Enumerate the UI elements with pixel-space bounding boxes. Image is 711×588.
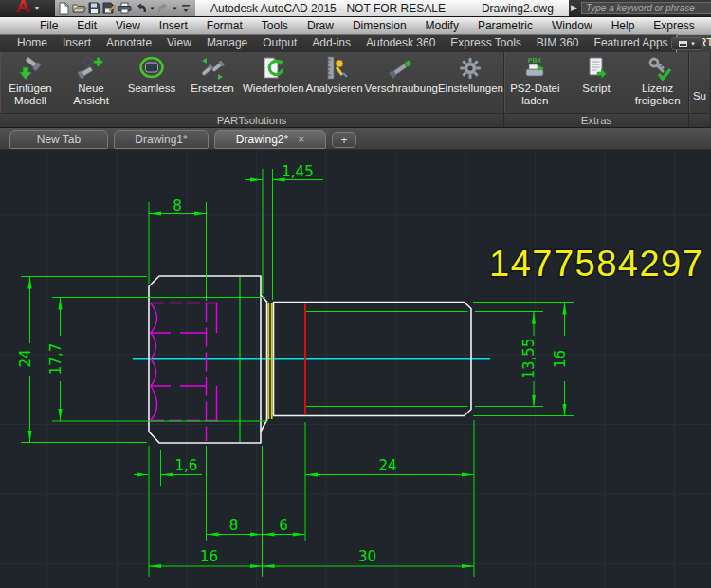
- app-menu-button[interactable]: ▼: [0, 0, 55, 16]
- script-icon: [581, 55, 611, 82]
- repeat-button[interactable]: Wiederholen: [243, 52, 304, 113]
- customize-qat-icon[interactable]: [180, 1, 192, 15]
- menu-express[interactable]: Express: [644, 17, 703, 35]
- hidden-thread-lines: [151, 303, 221, 442]
- insert-model-button[interactable]: Einfügen Modell: [0, 52, 61, 113]
- new-file-icon[interactable]: [58, 1, 70, 15]
- dim-chamfer-width: 1,6: [175, 457, 198, 474]
- overflow-button[interactable]: Su: [689, 52, 710, 113]
- save-icon[interactable]: [88, 1, 100, 15]
- replace-button[interactable]: Ersetzen: [182, 52, 243, 113]
- seamless-label: Seamless: [128, 83, 176, 95]
- search-input[interactable]: [581, 2, 711, 14]
- washer-face-lines: [268, 303, 271, 419]
- infocenter: ▶: [569, 0, 711, 16]
- menu-insert[interactable]: Insert: [150, 17, 197, 35]
- ribbon-tab-bar: Home Insert Annotate View Manage Output …: [0, 35, 711, 52]
- dim-grip-length: 30: [358, 548, 376, 565]
- menu-tools[interactable]: Tools: [252, 17, 298, 35]
- menu-draw[interactable]: Draw: [298, 17, 343, 35]
- dim-thread-length: 24: [378, 457, 396, 474]
- overflow-button-label: Su: [693, 90, 706, 102]
- redo-icon[interactable]: [157, 1, 171, 15]
- window-title: Autodesk AutoCAD 2015 - NOT FOR RESALE D…: [195, 0, 569, 16]
- analyze-button[interactable]: Analysieren: [304, 52, 365, 113]
- doc-tab-drawing1[interactable]: Drawing1*: [114, 130, 209, 149]
- ribbon-minimize-button[interactable]: ▼: [671, 37, 703, 50]
- ps2-file-load-button[interactable]: PBX PS2-Datei laden: [504, 52, 566, 113]
- ribbon-group-overflow: Su: [689, 52, 711, 127]
- open-folder-icon[interactable]: [72, 1, 86, 15]
- menu-help[interactable]: Help: [602, 17, 645, 35]
- drawing-geometry: 1477584297: [0, 150, 711, 588]
- settings-button[interactable]: Einstellungen: [438, 52, 503, 113]
- new-view-button[interactable]: Neue Ansicht: [61, 52, 121, 113]
- autocad-window: ▼ ▼ ▼: [0, 0, 711, 588]
- document-name-text: Drawing2.dwg: [482, 2, 554, 15]
- ribbon-tab-addins[interactable]: Add-ins: [304, 35, 358, 52]
- ps2-file-load-label: PS2-Datei laden: [510, 83, 559, 107]
- undo-dropdown-icon[interactable]: ▼: [149, 6, 155, 11]
- ribbon-tab-expresstools[interactable]: Express Tools: [443, 35, 528, 52]
- menu-view[interactable]: View: [106, 17, 150, 35]
- ribbon-tab-autodesk360[interactable]: Autodesk 360: [358, 35, 443, 52]
- doc-tab-new-tab[interactable]: New Tab: [9, 130, 108, 149]
- release-license-icon: [643, 55, 673, 82]
- ribbon-group-label-overflow: [689, 113, 710, 127]
- screw-connection-label: Verschraubung: [365, 83, 438, 95]
- dim-socket-width: 8: [173, 197, 182, 214]
- screw-connection-button[interactable]: Verschraubung: [365, 52, 438, 113]
- menu-dimension[interactable]: Dimension: [343, 17, 416, 35]
- doc-tab-drawing2[interactable]: Drawing2* ×: [214, 130, 326, 149]
- dim-head-across-corners: 24: [17, 349, 34, 367]
- menu-edit[interactable]: Edit: [67, 17, 106, 35]
- undo-icon[interactable]: [134, 1, 147, 15]
- dim-thread-minor-dia: 13,55: [520, 339, 538, 379]
- dimensions: [21, 169, 574, 577]
- replace-label: Ersetzen: [191, 83, 233, 95]
- ribbon-group-label-partsolutions[interactable]: PARTsolutions: [0, 113, 503, 127]
- redo-dropdown-icon[interactable]: ▼: [173, 6, 178, 11]
- part-id-number: 1477584297: [489, 244, 703, 284]
- ribbon-tab-manage[interactable]: Manage: [199, 35, 255, 52]
- menu-file[interactable]: File: [30, 17, 67, 35]
- menu-window[interactable]: Window: [542, 17, 602, 35]
- dim-head-length: 16: [200, 548, 218, 565]
- ribbon-group-label-extras[interactable]: Extras: [504, 113, 688, 127]
- ribbon-tab-view[interactable]: View: [159, 35, 199, 52]
- insert-model-label: Einfügen Modell: [9, 83, 51, 107]
- ribbon-tab-insert[interactable]: Insert: [55, 35, 99, 52]
- ribbon-group-extras: PBX PS2-Datei laden Script Lizenz freige…: [504, 52, 689, 127]
- ribbon: Einfügen Modell Neue Ansicht Seamless: [0, 52, 711, 128]
- ps2-file-icon: PBX: [520, 55, 550, 82]
- script-button[interactable]: Script: [566, 52, 628, 113]
- analyze-label: Analysieren: [306, 83, 363, 95]
- quick-access-toolbar: ▼ ▼: [55, 0, 195, 16]
- ribbon-minimize-caret-icon: ▼: [690, 41, 696, 46]
- app-menu-caret-icon: ▼: [34, 5, 41, 11]
- ribbon-tab-home[interactable]: Home: [9, 35, 55, 52]
- seamless-button[interactable]: Seamless: [121, 52, 182, 113]
- save-as-icon[interactable]: [102, 1, 116, 15]
- panel-icon: [679, 41, 687, 47]
- screw-connection-icon: [386, 55, 416, 82]
- new-drawing-tab-button[interactable]: +: [332, 132, 356, 148]
- script-label: Script: [582, 83, 610, 95]
- ribbon-tab-bim360[interactable]: BIM 360: [529, 35, 587, 52]
- ribbon-tab-output[interactable]: Output: [255, 35, 304, 52]
- document-tab-bar: New Tab Drawing1* Drawing2* × +: [0, 128, 711, 150]
- title-bar: ▼ ▼ ▼: [0, 0, 711, 17]
- doc-tab-label: Drawing1*: [135, 133, 187, 146]
- plot-icon[interactable]: [118, 1, 132, 15]
- infocenter-toggle-icon[interactable]: ▶: [571, 4, 577, 12]
- drawing-canvas[interactable]: 1477584297: [0, 150, 711, 588]
- menu-format[interactable]: Format: [197, 17, 252, 35]
- analyze-icon: [319, 55, 350, 82]
- release-license-button[interactable]: Lizenz freigeben: [627, 52, 688, 113]
- menu-parametric[interactable]: Parametric: [468, 17, 542, 35]
- menu-bar: File Edit View Insert Format Tools Draw …: [0, 17, 711, 35]
- close-tab-icon[interactable]: ×: [298, 134, 304, 145]
- ribbon-tab-annotate[interactable]: Annotate: [99, 35, 159, 52]
- ribbon-tab-featuredapps[interactable]: Featured Apps: [587, 35, 676, 52]
- menu-modify[interactable]: Modify: [416, 17, 468, 35]
